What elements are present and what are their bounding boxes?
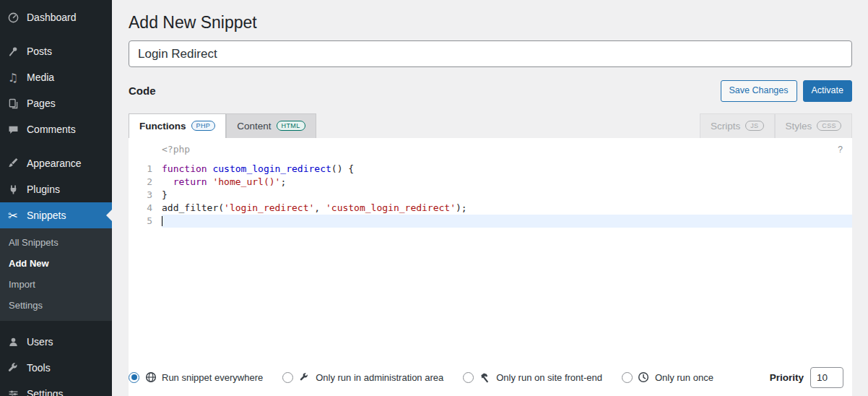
priority-input[interactable] — [810, 367, 843, 388]
line-number: 4 — [129, 202, 162, 215]
js-badge: JS — [745, 121, 763, 131]
radio-everywhere[interactable] — [129, 372, 139, 383]
tab-scripts[interactable]: Scripts JS — [700, 113, 775, 138]
media-icon: ♫ — [6, 70, 20, 85]
wordpress-admin: Dashboard Posts ♫ Media Pages Comments — [0, 0, 868, 396]
save-changes-button[interactable]: Save Changes — [721, 80, 797, 102]
code-token — [162, 176, 173, 187]
sidebar-item-label: Plugins — [27, 184, 60, 195]
php-open-tag: <?php — [162, 143, 852, 156]
tab-functions[interactable]: Functions PHP — [129, 113, 226, 138]
pages-icon — [6, 96, 20, 111]
code-text[interactable]: } — [162, 189, 852, 202]
sidebar-item-posts[interactable]: Posts — [0, 38, 112, 64]
sidebar-item-label: Posts — [27, 46, 52, 57]
submenu-item-import[interactable]: Import — [0, 274, 112, 295]
submenu-item-all-snippets[interactable]: All Snippets — [0, 232, 112, 253]
sidebar-item-label: Users — [27, 336, 53, 348]
code-line[interactable]: 2 return 'home_url()'; — [129, 176, 852, 189]
code-editor[interactable]: <?php 1function custom_login_redirect() … — [129, 138, 852, 360]
sidebar-item-comments[interactable]: Comments — [0, 116, 112, 142]
submenu-item-settings[interactable]: Settings — [0, 295, 112, 316]
active-menu-arrow — [100, 210, 112, 221]
appearance-icon — [6, 156, 20, 171]
sidebar-item-tools[interactable]: Tools — [0, 355, 112, 381]
code-text[interactable]: add_filter('login_redirect', 'custom_log… — [162, 202, 852, 215]
sidebar-item-media[interactable]: ♫ Media — [0, 64, 112, 90]
hammer-icon — [479, 371, 491, 384]
tab-content[interactable]: Content HTML — [226, 113, 316, 138]
dashboard-icon — [6, 10, 20, 25]
sidebar-item-users[interactable]: Users — [0, 329, 112, 355]
editor-help-icon[interactable]: ? — [838, 145, 843, 155]
line-number: 2 — [129, 176, 162, 189]
scope-option-run-once[interactable]: Only run once — [622, 371, 713, 384]
code-text[interactable] — [162, 215, 852, 228]
radio-run-once[interactable] — [622, 372, 633, 383]
sidebar-item-pages[interactable]: Pages — [0, 90, 112, 116]
text-cursor — [162, 216, 162, 226]
snippet-title-input[interactable] — [129, 40, 852, 67]
posts-icon — [6, 44, 20, 59]
plugins-icon — [6, 182, 20, 197]
tab-label: Scripts — [711, 121, 740, 132]
tab-label: Content — [237, 121, 271, 132]
snippets-scissors-icon: ✂ — [6, 208, 20, 223]
scope-option-front-end[interactable]: Only run on site front-end — [463, 371, 602, 384]
scope-option-label: Only run in administration area — [316, 372, 443, 383]
code-token: ; — [280, 176, 286, 187]
submenu-item-add-new[interactable]: Add New — [0, 253, 112, 274]
code-line[interactable]: 1function custom_login_redirect() { — [129, 163, 852, 176]
radio-admin-area[interactable] — [282, 372, 293, 383]
scope-option-admin-area[interactable]: Only run in administration area — [282, 371, 443, 384]
page-title: Add New Snippet — [129, 7, 852, 34]
sidebar-item-label: Comments — [27, 124, 76, 135]
code-token: } — [162, 189, 168, 200]
code-token: return — [173, 176, 207, 187]
radio-front-end[interactable] — [463, 372, 474, 383]
tab-label: Styles — [786, 121, 812, 132]
code-lines: 1function custom_login_redirect() {2 ret… — [129, 163, 852, 228]
clock-icon — [638, 371, 650, 384]
line-number: 3 — [129, 189, 162, 202]
sidebar-item-label: Snippets — [27, 210, 66, 221]
settings-sliders-icon — [6, 387, 20, 396]
code-heading: Code — [129, 85, 156, 97]
code-text[interactable]: function custom_login_redirect() { — [162, 163, 852, 176]
line-number: 1 — [129, 163, 162, 176]
code-token: 'home_url()' — [212, 176, 280, 187]
code-line[interactable]: 3} — [129, 189, 852, 202]
sidebar-item-label: Dashboard — [27, 12, 77, 23]
code-token: 'custom_login_redirect' — [326, 202, 456, 213]
code-line[interactable]: 5 — [129, 215, 852, 228]
scope-option-everywhere[interactable]: Run snippet everywhere — [129, 371, 263, 384]
snippets-submenu: All Snippets Add New Import Settings — [0, 228, 112, 321]
code-line[interactable]: 4add_filter('login_redirect', 'custom_lo… — [129, 202, 852, 215]
code-token: , — [314, 202, 326, 213]
sidebar-item-snippets[interactable]: ✂ Snippets — [0, 202, 112, 228]
admin-sidebar: Dashboard Posts ♫ Media Pages Comments — [0, 0, 112, 396]
code-token: custom_login_redirect — [212, 163, 331, 174]
code-token: 'login_redirect' — [224, 202, 314, 213]
php-badge: PHP — [191, 121, 216, 131]
sidebar-item-dashboard[interactable]: Dashboard — [0, 4, 112, 30]
sidebar-item-label: Pages — [27, 98, 56, 109]
sidebar-item-plugins[interactable]: Plugins — [0, 176, 112, 202]
sidebar-item-settings[interactable]: Settings — [0, 381, 112, 396]
css-badge: CSS — [817, 121, 841, 131]
code-token: ); — [456, 202, 467, 213]
code-text[interactable]: return 'home_url()'; — [162, 176, 852, 189]
code-token: add_filter( — [162, 202, 224, 213]
tab-styles[interactable]: Styles CSS — [775, 113, 852, 138]
activate-button[interactable]: Activate — [803, 80, 852, 102]
line-number — [129, 143, 162, 156]
scope-option-label: Only run on site front-end — [496, 372, 602, 383]
html-badge: HTML — [277, 121, 305, 131]
users-icon — [6, 335, 20, 349]
globe-icon — [144, 371, 157, 384]
scope-option-label: Run snippet everywhere — [162, 372, 263, 383]
php-open-tag-line: <?php — [129, 143, 852, 156]
code-token: function — [162, 163, 207, 174]
sidebar-item-appearance[interactable]: Appearance — [0, 150, 112, 176]
priority-label: Priority — [770, 372, 804, 383]
